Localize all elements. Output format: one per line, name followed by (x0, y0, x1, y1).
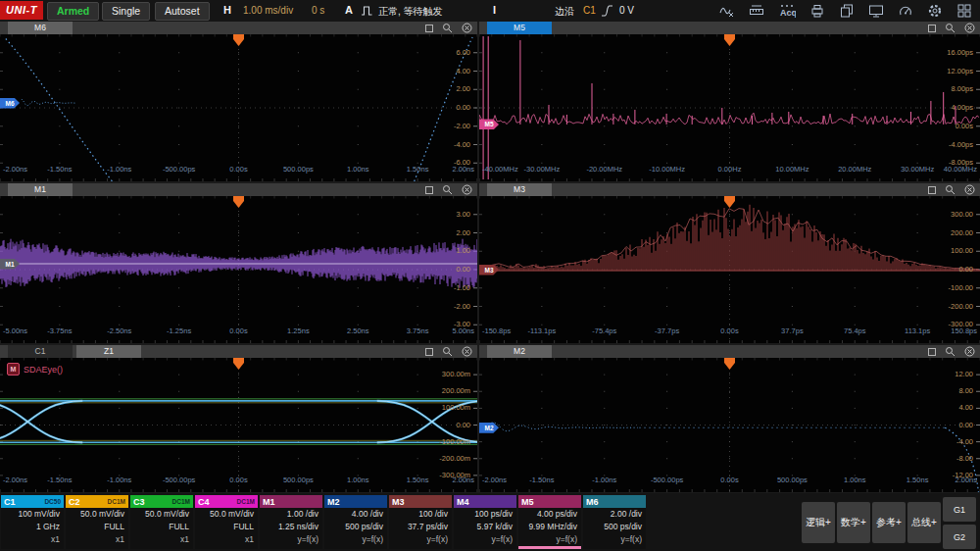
group-button-G2[interactable]: G2 (943, 525, 976, 549)
x-tick-label: -1.50ns (529, 476, 554, 484)
y-tick-label: -200.00m (439, 454, 470, 463)
zoom-icon[interactable] (442, 23, 453, 33)
zoom-icon[interactable] (945, 184, 956, 195)
timebase-readout[interactable]: 1.00 ms/div (243, 5, 293, 16)
waveform-area-M5[interactable]: -40.00MHz-30.00MHz-20.00MHz-10.00MHz0.00… (479, 34, 980, 181)
add-menu-button-1[interactable]: 逻辑+ (802, 502, 835, 543)
channel-setting-row: 1 GHz (1, 521, 64, 533)
y-tick-label: -6.00 (454, 158, 470, 167)
channel-setting-row: 1.25 ns/div (260, 521, 322, 533)
waveform-area-M2[interactable]: -2.00ns-1.50ns-1.00ns-500.00ps0.00s500.0… (479, 358, 980, 492)
waveform-area-M6[interactable]: -2.00ns-1.50ns-1.00ns-500.00ps0.00s500.0… (0, 34, 477, 181)
tab-M2[interactable]: M2 (487, 345, 552, 358)
y-tick-label: 100.00 (951, 246, 973, 255)
add-menu-button-3[interactable]: 参考+ (872, 502, 906, 543)
waveform-area-M3[interactable]: -150.8ps-113.1ps-75.4ps-37.7ps0.00s37.7p… (479, 196, 980, 343)
channel-card-M6[interactable]: M62.00 /div500 ps/divy=f(x) (583, 495, 646, 549)
close-icon[interactable] (964, 23, 975, 33)
panel-select-checkbox[interactable] (425, 25, 433, 32)
trigger-level-readout[interactable]: 0 V (619, 5, 634, 16)
coupling-badge: DC1M (237, 498, 255, 505)
x-tick-label: -10.00MHz (649, 165, 685, 174)
coupling-badge: DC1M (172, 498, 190, 505)
trigger-slope-icon (600, 3, 614, 19)
channel-card-C3[interactable]: C3DC1M50.0 mV/divFULLx1 (130, 495, 193, 549)
channel-card-M3[interactable]: M3100 /div37.7 ps/divy=f(x) (389, 495, 452, 549)
tab-M3[interactable]: M3 (487, 183, 552, 196)
trigger-type-readout[interactable]: 边沿 (555, 5, 574, 19)
waveform-area-EYE[interactable]: -2.00ns-1.50ns-1.00ns-500.00ps0.00s500.0… (0, 358, 477, 492)
y-tick-label: -3.00 (454, 320, 470, 328)
close-icon[interactable] (964, 346, 975, 357)
y-tick-label: 2.00 (456, 228, 470, 237)
settings-gear-icon[interactable] (927, 3, 943, 19)
trigger-source-readout[interactable]: C1 (583, 5, 596, 16)
channel-setting-row: 1.00 /div (260, 508, 322, 521)
acquire-icon[interactable]: Acq (778, 3, 796, 19)
panel-select-checkbox[interactable] (425, 348, 433, 356)
channel-setting-row: 37.7 ps/div (389, 521, 452, 533)
add-menu-button-2[interactable]: 数学+ (837, 502, 870, 543)
y-tick-label: 300.00m (442, 370, 470, 378)
horizontal-offset-readout[interactable]: 0 s (312, 5, 324, 16)
x-tick-label: 75.4ps (844, 326, 866, 335)
close-icon[interactable] (462, 23, 472, 33)
channel-card-M4[interactable]: M4100 ps/div5.97 k/divy=f(x) (454, 495, 516, 549)
channel-card-C4[interactable]: C4DC1M50.0 mV/divFULLx1 (195, 495, 258, 549)
x-tick-label: 37.7ps (781, 326, 804, 335)
panel-select-checkbox[interactable] (928, 25, 936, 32)
file-manager-icon[interactable] (839, 3, 855, 19)
channel-name: C3 (133, 497, 145, 507)
display-icon[interactable] (868, 3, 884, 19)
add-menu-button-4[interactable]: 总线+ (907, 502, 941, 543)
channel-setting-row: y=f(x) (389, 533, 452, 546)
tab-M1[interactable]: M1 (8, 183, 73, 196)
x-tick-label: 500.00ps (283, 476, 314, 484)
tab-M6[interactable]: M6 (8, 22, 73, 34)
panel-select-checkbox[interactable] (928, 186, 936, 194)
panel-header-icons (928, 23, 975, 33)
panel-select-checkbox[interactable] (928, 348, 936, 356)
x-tick-label: 20.00MHz (838, 165, 871, 174)
x-tick-label: -113.1ps (528, 326, 557, 335)
x-tick-label: -1.00ns (592, 476, 616, 484)
panel-tabstrip-M2: M2 (479, 345, 980, 358)
panel-tabstrip-M1: M1 (0, 183, 477, 196)
group-button-G1[interactable]: G1 (943, 497, 976, 522)
tab-Z1[interactable]: Z1 (76, 345, 141, 358)
channel-card-C1[interactable]: C1DC50100 mV/div1 GHzx1 (1, 495, 64, 549)
single-button[interactable]: Single (102, 2, 150, 21)
close-icon[interactable] (462, 184, 472, 195)
waveform-cursor-icon[interactable] (719, 3, 735, 19)
waveform-area-M1[interactable]: -5.00ns-3.75ns-2.50ns-1.25ns0.00s1.25ns2… (0, 196, 477, 343)
armed-status-button[interactable]: Armed (47, 2, 99, 21)
window-layout-icon[interactable] (956, 3, 972, 19)
channel-card-C2[interactable]: C2DC1M50.0 mV/divFULLx1 (66, 495, 128, 549)
x-tick-label: -1.00ns (107, 165, 131, 174)
close-icon[interactable] (964, 184, 975, 195)
autoset-button[interactable]: Autoset (155, 2, 210, 21)
panel-tabstrip-M5: M5 (479, 22, 980, 34)
coupling-badge: DC1M (108, 498, 125, 505)
channel-card-M1[interactable]: M11.00 /div1.25 ns/divy=f(x) (260, 495, 322, 549)
panel-select-checkbox[interactable] (425, 186, 433, 194)
performance-icon[interactable] (898, 3, 913, 19)
zoom-icon[interactable] (945, 346, 956, 357)
zoom-icon[interactable] (442, 184, 453, 195)
x-tick-label: -500.00ps (651, 476, 683, 484)
print-icon[interactable] (809, 3, 825, 19)
close-icon[interactable] (462, 346, 472, 357)
y-tick-label: 200.00 (951, 228, 973, 237)
tab-C1[interactable]: C1 (8, 345, 73, 358)
y-tick-label: -12.00 (953, 471, 973, 479)
zoom-icon[interactable] (442, 346, 453, 357)
tab-M5[interactable]: M5 (487, 22, 552, 34)
measure-icon[interactable] (749, 3, 764, 19)
y-tick-label: 0.00 (456, 421, 470, 429)
channel-card-M2[interactable]: M24.00 /div500 ps/divy=f(x) (324, 495, 387, 549)
channel-card-M5[interactable]: M54.00 ps/div9.99 MHz/divy=f(x) (518, 495, 581, 549)
channel-setting-row: 100 mV/div (1, 508, 64, 521)
y-tick-label: -8.00ps (949, 158, 973, 167)
x-tick-label: -5.00ns (3, 326, 27, 335)
zoom-icon[interactable] (945, 23, 956, 33)
